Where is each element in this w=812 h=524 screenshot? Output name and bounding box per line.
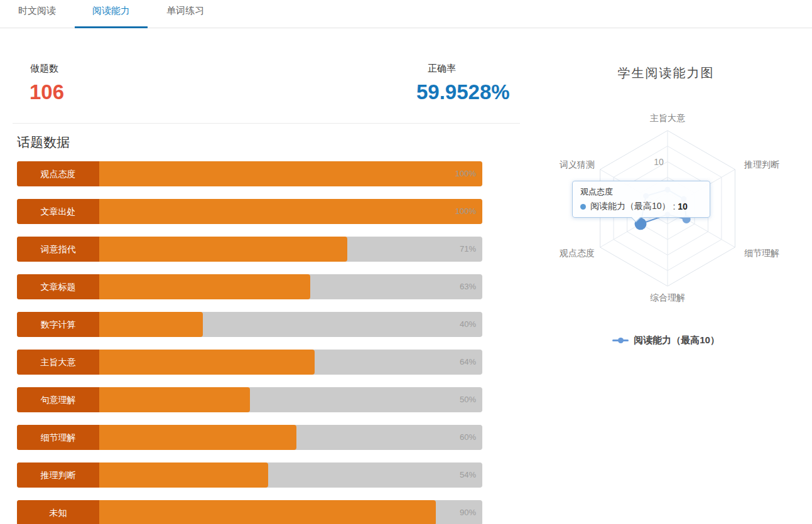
topic-bar-文章标题[interactable]: 文章标题63%: [17, 274, 482, 299]
bar-percent-value: 54%: [460, 463, 476, 488]
topic-bar-未知[interactable]: 未知90%: [17, 500, 482, 524]
radar-axis-label-综合理解: 综合理解: [650, 292, 685, 304]
topic-bar-句意理解[interactable]: 句意理解50%: [17, 387, 482, 412]
topic-bar-细节理解[interactable]: 细节理解60%: [17, 425, 482, 450]
radar-axis-label-推理判断: 推理判断: [744, 159, 779, 171]
bar-category-label: 文章出处: [17, 199, 99, 224]
bar-percent-value: 63%: [460, 274, 476, 299]
bar-category-label: 观点态度: [17, 161, 99, 186]
bar-category-label: 细节理解: [17, 425, 99, 450]
tab-label: 阅读能力: [92, 5, 130, 16]
topic-bar-推理判断[interactable]: 推理判断54%: [17, 463, 482, 488]
tab-0[interactable]: 时文阅读: [0, 0, 74, 28]
tooltip-category: 观点态度: [580, 186, 702, 198]
tab-bar: 时文阅读阅读能力单词练习: [0, 0, 812, 28]
tab-2[interactable]: 单词练习: [148, 0, 222, 28]
legend-item-reading-ability[interactable]: 阅读能力（最高10）: [520, 334, 812, 346]
bar-category-label: 文章标题: [17, 274, 99, 299]
topic-bar-观点态度[interactable]: 观点态度100%: [17, 161, 482, 186]
accuracy-label: 正确率: [428, 63, 456, 75]
tab-label: 单词练习: [166, 5, 204, 16]
bar-percent-value: 100%: [455, 199, 476, 224]
topic-bar-主旨大意[interactable]: 主旨大意64%: [17, 350, 482, 375]
reading-ability-dashboard: 时文阅读阅读能力单词练习 做题数 106 正确率 59.9528% 话题数据 观…: [0, 0, 812, 524]
bar-percent-value: 50%: [460, 387, 476, 412]
tooltip-value: 10: [678, 201, 688, 211]
topic-bar-chart: 观点态度100%文章出处100%词意指代71%文章标题63%数字计算40%主旨大…: [17, 161, 482, 524]
questions-count-label: 做题数: [30, 63, 58, 75]
topic-data-title: 话题数据: [17, 134, 70, 151]
bar-category-label: 句意理解: [17, 387, 99, 412]
radar-axis-tick-10: 10: [651, 157, 667, 167]
legend-label: 阅读能力（最高10）: [634, 334, 720, 346]
tab-1[interactable]: 阅读能力: [74, 0, 148, 28]
questions-count-value: 106: [30, 80, 64, 104]
bar-percent-value: 60%: [460, 425, 476, 450]
radar-axis-label-观点态度: 观点态度: [501, 248, 595, 259]
radar-axis-label-主旨大意: 主旨大意: [650, 113, 685, 124]
bar-category-label: 未知: [17, 500, 99, 524]
radar-tooltip: 观点态度 阅读能力（最高10） : 10: [572, 181, 710, 218]
series-dot-icon: [580, 204, 586, 210]
topic-bar-词意指代[interactable]: 词意指代71%: [17, 237, 482, 262]
bar-percent-value: 71%: [460, 237, 476, 262]
radar-axis-label-词义猜测: 词义猜测: [501, 159, 595, 171]
topic-bar-数字计算[interactable]: 数字计算40%: [17, 312, 482, 337]
bar-category-label: 主旨大意: [17, 350, 99, 375]
line-series-legend-icon: [612, 336, 629, 345]
tab-label: 时文阅读: [18, 5, 56, 16]
divider: [13, 123, 520, 124]
bar-category-label: 数字计算: [17, 312, 99, 337]
bar-percent-value: 100%: [455, 161, 476, 186]
bar-percent-value: 64%: [460, 350, 476, 375]
tooltip-colon: :: [671, 201, 678, 211]
radar-axis-label-细节理解: 细节理解: [744, 248, 779, 259]
bar-percent-value: 90%: [460, 500, 476, 524]
radar-chart-title: 学生阅读能力图: [520, 65, 812, 82]
bar-category-label: 词意指代: [17, 237, 99, 262]
bar-percent-value: 40%: [460, 312, 476, 337]
tooltip-series-name: 阅读能力（最高10）: [590, 201, 671, 212]
accuracy-value: 59.9528%: [416, 80, 520, 104]
topic-bar-文章出处[interactable]: 文章出处100%: [17, 199, 482, 224]
bar-category-label: 推理判断: [17, 463, 99, 488]
